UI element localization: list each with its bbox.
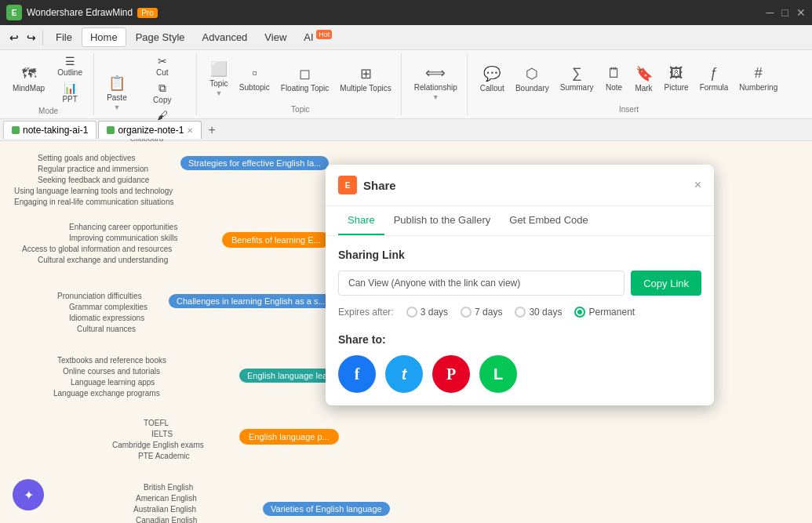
tab-note-label: note-taking-ai-1 bbox=[23, 125, 88, 136]
expires-label: Expires after: bbox=[338, 307, 394, 318]
relationship-icon: ⟺ bbox=[425, 64, 446, 82]
title-bar: E Wondershare EdrawMind Pro ─ □ ✕ bbox=[0, 0, 812, 25]
menu-page-style[interactable]: Page Style bbox=[128, 28, 193, 46]
toolbar-formula-btn[interactable]: ƒ Formula bbox=[695, 62, 734, 95]
toolbar-copy-btn[interactable]: ⧉ Copy bbox=[133, 80, 191, 106]
list-item: Using language learning tools and techno… bbox=[8, 183, 179, 198]
expires-permanent[interactable]: Permanent bbox=[574, 307, 635, 318]
canvas[interactable]: Setting goals and objectives Regular pra… bbox=[0, 141, 812, 523]
paste-icon: 📋 bbox=[108, 74, 126, 92]
node-strategies[interactable]: Strategies for effective English la... bbox=[180, 156, 329, 170]
radio-permanent[interactable] bbox=[574, 307, 585, 318]
toolbar-floating-topic-btn[interactable]: ◻ Floating Topic bbox=[276, 62, 334, 96]
toolbar-boundary-btn[interactable]: ⬡ Boundary bbox=[511, 62, 554, 96]
node-exams[interactable]: English language p... bbox=[239, 429, 339, 445]
window-maximize[interactable]: □ bbox=[782, 6, 788, 19]
toolbar-topic-btn[interactable]: ⬜ Topic ▼ bbox=[205, 55, 233, 102]
node-challenges[interactable]: Challenges in learning English as a s... bbox=[169, 294, 333, 308]
toolbar-ppt-btn[interactable]: 📊 PPT bbox=[51, 80, 89, 105]
toolbar-note-btn[interactable]: 🗒 Note bbox=[600, 62, 628, 95]
tab-close-btn[interactable]: ✕ bbox=[187, 126, 193, 135]
tab-note-taking[interactable]: note-taking-ai-1 bbox=[3, 121, 96, 139]
toolbar-topic-group: ⬜ Topic ▼ ▫ Subtopic ◻ Floating Topic ⊞ … bbox=[200, 53, 402, 115]
ai-icon: ✦ bbox=[24, 488, 34, 503]
boundary-icon: ⬡ bbox=[526, 65, 538, 82]
window-close[interactable]: ✕ bbox=[796, 6, 806, 19]
menu-file[interactable]: File bbox=[48, 28, 80, 46]
dialog-tab-share[interactable]: Share bbox=[338, 206, 384, 235]
menu-advanced[interactable]: Advanced bbox=[195, 28, 256, 46]
list-item: PTE Academic bbox=[132, 449, 196, 463]
ai-assistant-btn[interactable]: ✦ bbox=[13, 479, 44, 510]
mindmap-icon: 🗺 bbox=[22, 66, 36, 82]
node-benefits[interactable]: Benefits of learning E... bbox=[222, 232, 330, 248]
toolbar-mark-btn[interactable]: 🔖 Mark bbox=[630, 62, 658, 96]
list-item: IELTS bbox=[145, 427, 179, 441]
link-row: Copy Link bbox=[338, 271, 701, 296]
list-item: Engaging in real-life communication situ… bbox=[8, 194, 180, 209]
toolbar-multiple-topics-btn[interactable]: ⊞ Multiple Topics bbox=[335, 62, 395, 96]
list-item: Enhancing career opportunities bbox=[63, 220, 184, 234]
toolbar-callout-btn[interactable]: 💬 Callout bbox=[475, 62, 509, 96]
redo-btn[interactable]: ↪ bbox=[24, 30, 39, 45]
copy-link-btn[interactable]: Copy Link bbox=[631, 271, 701, 296]
social-twitter-btn[interactable]: t bbox=[385, 355, 423, 393]
toolbar-numbering-btn[interactable]: # Numbering bbox=[734, 62, 782, 95]
tab-organize[interactable]: organize-note-1 ✕ bbox=[98, 121, 202, 139]
radio-3days[interactable] bbox=[406, 307, 417, 318]
expires-3days[interactable]: 3 days bbox=[406, 307, 448, 318]
dialog-tab-gallery[interactable]: Publish to the Gallery bbox=[384, 206, 501, 235]
toolbar-subtopic-btn[interactable]: ▫ Subtopic bbox=[235, 62, 275, 95]
toolbar-picture-btn[interactable]: 🖼 Picture bbox=[660, 62, 694, 95]
menu-ai[interactable]: AI Hot bbox=[296, 27, 340, 46]
radio-7days[interactable] bbox=[461, 307, 472, 318]
list-item: Australian English bbox=[127, 502, 202, 517]
topic-icon: ⬜ bbox=[210, 60, 228, 78]
menu-home[interactable]: Home bbox=[82, 27, 126, 47]
floating-topic-icon: ◻ bbox=[299, 65, 311, 82]
toolbar-relationship-btn[interactable]: ⟺ Relationship ▼ bbox=[410, 60, 462, 107]
menu-view[interactable]: View bbox=[257, 28, 294, 46]
tab-note-icon bbox=[12, 126, 20, 134]
radio-30days[interactable] bbox=[515, 307, 526, 318]
mark-icon: 🔖 bbox=[635, 65, 653, 82]
list-item: Textbooks and reference books bbox=[51, 353, 173, 368]
expires-7days[interactable]: 7 days bbox=[461, 307, 502, 318]
list-item: TOEFL bbox=[137, 416, 175, 430]
toolbar-paste-btn[interactable]: 📋 Paste ▼ bbox=[102, 70, 132, 117]
topic-group-label: Topic bbox=[291, 105, 309, 115]
list-item: British English bbox=[137, 480, 199, 495]
dialog-logo: E bbox=[338, 176, 357, 194]
window-minimize[interactable]: ─ bbox=[766, 6, 774, 19]
expires-30days[interactable]: 30 days bbox=[515, 307, 562, 318]
toolbar-outline-btn[interactable]: ☰ Outline bbox=[51, 53, 89, 78]
list-item: American English bbox=[129, 491, 203, 506]
share-dialog: E Share × Share Publish to the Gallery G… bbox=[326, 165, 714, 405]
social-pinterest-btn[interactable]: P bbox=[432, 355, 470, 393]
toolbar-relationship-group: ⟺ Relationship ▼ bbox=[405, 53, 468, 115]
dialog-tabs: Share Publish to the Gallery Get Embed C… bbox=[326, 206, 714, 236]
pinterest-icon: P bbox=[446, 365, 456, 383]
dialog-tab-embed[interactable]: Get Embed Code bbox=[500, 206, 597, 235]
link-input[interactable] bbox=[338, 271, 624, 296]
list-item: Improving communication skills bbox=[63, 231, 184, 245]
app-logo: E bbox=[6, 5, 22, 20]
social-facebook-btn[interactable]: f bbox=[338, 355, 376, 393]
mode-group-label: Mode bbox=[38, 107, 58, 117]
formula-icon: ƒ bbox=[710, 65, 718, 82]
toolbar-summary-btn[interactable]: ∑ Summary bbox=[555, 62, 599, 95]
cut-icon: ✂ bbox=[158, 55, 167, 67]
share-to-label: Share to: bbox=[338, 333, 701, 346]
social-line-btn[interactable]: L bbox=[479, 355, 517, 393]
callout-icon: 💬 bbox=[483, 65, 501, 82]
dialog-close-btn[interactable]: × bbox=[694, 178, 701, 192]
facebook-icon: f bbox=[355, 365, 360, 383]
list-item: Idiomatic expressions bbox=[63, 311, 151, 325]
toolbar-cut-btn[interactable]: ✂ Cut bbox=[133, 53, 191, 78]
toolbar-clipboard-group: 📋 Paste ▼ ✂ Cut ⧉ Copy 🖌 Format Painter bbox=[97, 53, 197, 115]
tab-add-btn[interactable]: + bbox=[203, 122, 220, 139]
node-varieties[interactable]: Varieties of English language bbox=[263, 502, 390, 516]
undo-btn[interactable]: ↩ bbox=[6, 30, 22, 45]
toolbar-mindmap-btn[interactable]: 🗺 MindMap bbox=[8, 56, 49, 103]
format-painter-icon: 🖌 bbox=[157, 109, 168, 122]
